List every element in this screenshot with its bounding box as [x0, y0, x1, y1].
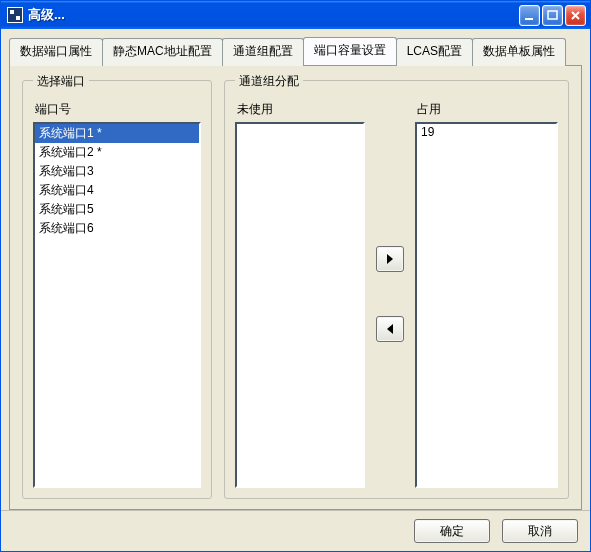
- list-item[interactable]: 系统端口4: [35, 181, 199, 200]
- tab-port-capacity[interactable]: 端口容量设置: [303, 37, 397, 65]
- used-column: 占用 19: [415, 99, 558, 488]
- tab-data-port-attr[interactable]: 数据端口属性: [9, 38, 103, 66]
- transfer-buttons-column: [373, 99, 407, 488]
- dialog-window: 高级... 数据端口属性 静态MAC地址配置 通道组配置: [0, 0, 591, 552]
- titlebar[interactable]: 高级...: [1, 1, 590, 29]
- close-button[interactable]: [565, 5, 586, 26]
- port-column-label: 端口号: [35, 101, 201, 118]
- groupbox-legend: 选择端口: [33, 73, 89, 90]
- assign-columns: 未使用: [235, 99, 558, 488]
- tab-label: LCAS配置: [407, 44, 462, 58]
- unused-label: 未使用: [237, 101, 365, 118]
- window-buttons: [519, 5, 586, 26]
- move-left-button[interactable]: [376, 316, 404, 342]
- tab-label: 数据端口属性: [20, 44, 92, 58]
- tab-channel-group[interactable]: 通道组配置: [222, 38, 304, 66]
- groupbox-select-port: 选择端口 端口号 系统端口1 *系统端口2 *系统端口3系统端口4系统端口5系统…: [22, 80, 212, 499]
- unused-column: 未使用: [235, 99, 365, 488]
- tab-lcas[interactable]: LCAS配置: [396, 38, 473, 66]
- groupbox-channel-assign: 通道组分配 未使用: [224, 80, 569, 499]
- tab-label: 通道组配置: [233, 44, 293, 58]
- tab-static-mac[interactable]: 静态MAC地址配置: [102, 38, 223, 66]
- list-item[interactable]: 19: [417, 124, 556, 140]
- minimize-icon: [524, 10, 535, 21]
- arrow-right-icon: [386, 254, 394, 264]
- port-listbox[interactable]: 系统端口1 *系统端口2 *系统端口3系统端口4系统端口5系统端口6: [33, 122, 201, 488]
- app-icon: [7, 7, 23, 23]
- tab-label: 数据单板属性: [483, 44, 555, 58]
- svg-rect-0: [525, 18, 533, 20]
- list-item[interactable]: 系统端口1 *: [35, 124, 199, 143]
- tab-label: 端口容量设置: [314, 43, 386, 57]
- maximize-button[interactable]: [542, 5, 563, 26]
- unused-listbox[interactable]: [235, 122, 365, 488]
- minimize-button[interactable]: [519, 5, 540, 26]
- used-listbox[interactable]: 19: [415, 122, 558, 488]
- ok-button[interactable]: 确定: [414, 519, 490, 543]
- svg-rect-1: [548, 11, 557, 19]
- move-right-button[interactable]: [376, 246, 404, 272]
- used-label: 占用: [417, 101, 558, 118]
- arrow-left-icon: [386, 324, 394, 334]
- maximize-icon: [547, 10, 558, 21]
- tab-label: 静态MAC地址配置: [113, 44, 212, 58]
- list-item[interactable]: 系统端口5: [35, 200, 199, 219]
- button-label: 确定: [440, 523, 464, 540]
- tab-data-board-attr[interactable]: 数据单板属性: [472, 38, 566, 66]
- cancel-button[interactable]: 取消: [502, 519, 578, 543]
- client-area: 数据端口属性 静态MAC地址配置 通道组配置 端口容量设置 LCAS配置 数据单…: [1, 29, 590, 551]
- list-item[interactable]: 系统端口2 *: [35, 143, 199, 162]
- list-item[interactable]: 系统端口3: [35, 162, 199, 181]
- tabstrip: 数据端口属性 静态MAC地址配置 通道组配置 端口容量设置 LCAS配置 数据单…: [1, 29, 590, 65]
- dialog-footer: 确定 取消: [1, 510, 590, 551]
- list-item[interactable]: 系统端口6: [35, 219, 199, 238]
- window-title: 高级...: [28, 6, 519, 24]
- close-icon: [570, 10, 581, 21]
- button-label: 取消: [528, 523, 552, 540]
- groupbox-legend: 通道组分配: [235, 73, 303, 90]
- tab-panel: 选择端口 端口号 系统端口1 *系统端口2 *系统端口3系统端口4系统端口5系统…: [9, 65, 582, 510]
